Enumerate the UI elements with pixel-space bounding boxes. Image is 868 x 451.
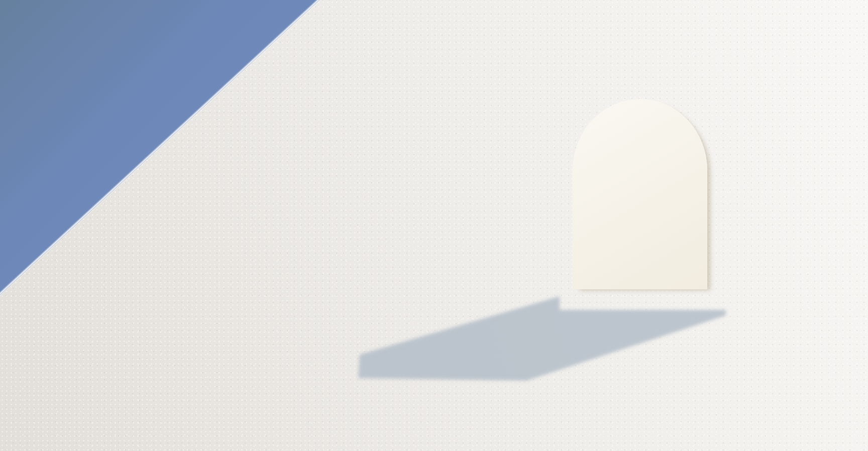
virtual-desktop: My Host New ▶ Refresh Open File Explorer… <box>0 0 868 451</box>
window-arch-trim <box>576 102 703 287</box>
